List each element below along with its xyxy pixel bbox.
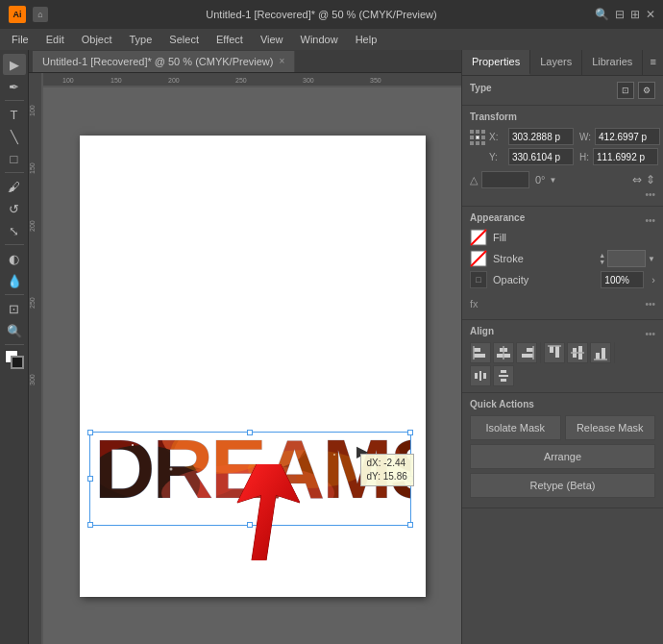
align-bottom-btn[interactable] [590, 342, 611, 363]
document-tab[interactable]: Untitled-1 [Recovered]* @ 50 % (CMYK/Pre… [33, 51, 295, 72]
transform-reference-grid[interactable] [470, 128, 485, 145]
maximize-icon[interactable]: ⊞ [630, 8, 640, 21]
x-input[interactable] [508, 128, 574, 145]
appearance-more-btn[interactable]: ••• [645, 215, 655, 226]
align-left-btn[interactable] [470, 342, 491, 363]
svg-rect-44 [522, 354, 533, 358]
type-section: Type ⊡ ⚙ [462, 76, 663, 106]
opacity-input[interactable] [601, 271, 644, 288]
stroke-color-swatch[interactable] [607, 250, 646, 267]
align-right-btn[interactable] [516, 342, 537, 363]
handle-tl[interactable] [87, 430, 93, 435]
svg-rect-47 [555, 346, 559, 358]
tab-layers[interactable]: Layers [530, 50, 582, 75]
fill-label: Fill [493, 232, 655, 243]
zoom-tool[interactable]: 🔍 [3, 320, 26, 341]
menu-edit[interactable]: Edit [38, 32, 72, 47]
line-tool[interactable]: ╲ [3, 126, 26, 147]
menu-type[interactable]: Type [122, 32, 160, 47]
angle-dropdown[interactable]: ▼ [550, 176, 557, 185]
w-input[interactable] [595, 128, 660, 145]
stroke-down[interactable]: ▼ [599, 259, 605, 265]
align-top-btn[interactable] [544, 342, 565, 363]
menu-select[interactable]: Select [161, 32, 207, 47]
y-input[interactable] [508, 148, 574, 165]
shape-tool[interactable]: □ [3, 148, 26, 169]
retype-btn[interactable]: Retype (Beta) [470, 473, 655, 498]
gradient-tool[interactable]: ◐ [3, 248, 26, 269]
scale-tool[interactable]: ⤡ [3, 220, 26, 241]
menu-view[interactable]: View [253, 32, 291, 47]
text-tool[interactable]: T [3, 104, 26, 125]
tool-separator-5 [5, 344, 24, 345]
align-group-3 [470, 365, 514, 386]
svg-text:300: 300 [29, 374, 36, 385]
fx-more-btn[interactable]: ••• [645, 299, 655, 310]
menu-effect[interactable]: Effect [209, 32, 251, 47]
minimize-icon[interactable]: ⊟ [615, 8, 625, 21]
handle-bl[interactable] [87, 522, 93, 528]
rotate-tool[interactable]: ↺ [3, 198, 26, 219]
svg-rect-56 [479, 371, 481, 381]
flip-v-icon[interactable]: ⇕ [646, 173, 655, 186]
transform-x-row: X: W: 🔗 [489, 128, 663, 145]
panel-options-icon[interactable]: ≡ [643, 50, 663, 73]
arrange-btn[interactable]: Arrange [470, 444, 655, 469]
pen-tool[interactable]: ✒ [3, 76, 26, 97]
type-icon-1[interactable]: ⊡ [617, 82, 634, 99]
brush-tool[interactable]: 🖌 [3, 176, 26, 197]
svg-rect-43 [527, 348, 533, 352]
handle-tm[interactable] [247, 430, 253, 435]
close-icon[interactable]: ✕ [646, 8, 655, 21]
type-icon-2[interactable]: ⚙ [638, 82, 655, 99]
selection-tool[interactable]: ▶ [3, 54, 26, 75]
angle-input[interactable] [481, 171, 529, 188]
stroke-icon[interactable] [470, 250, 487, 267]
svg-rect-52 [596, 353, 600, 359]
align-section: Align ••• [462, 320, 663, 393]
appearance-header: Appearance ••• [470, 212, 655, 229]
align-more-btn[interactable]: ••• [645, 329, 655, 339]
menu-window[interactable]: Window [293, 32, 346, 47]
menu-help[interactable]: Help [348, 32, 385, 47]
svg-text:150: 150 [29, 162, 36, 174]
transform-inputs: X: W: 🔗 Y: H: [489, 128, 663, 168]
menu-object[interactable]: Object [74, 32, 120, 47]
canvas-scroll[interactable]: 100 150 200 250 300 350 100 150 200 250 … [29, 73, 461, 644]
align-sep-1 [540, 342, 541, 363]
svg-text:150: 150 [110, 77, 122, 84]
tab-libraries[interactable]: Libraries [582, 50, 643, 75]
main-layout: ▶ ✒ T ╲ □ 🖌 ↺ ⤡ ◐ 💧 ⊡ 🔍 Untitled-1 [Reco… [0, 50, 663, 644]
opacity-arrow[interactable]: › [651, 274, 655, 285]
eyedropper-tool[interactable]: 💧 [3, 270, 26, 291]
distribute-h-btn[interactable] [470, 365, 491, 386]
tab-properties[interactable]: Properties [462, 50, 530, 75]
handle-tr[interactable] [407, 430, 413, 435]
h-input[interactable] [593, 148, 658, 165]
window-controls: 🔍 ⊟ ⊞ ✕ [595, 8, 655, 21]
transform-more-btn[interactable]: ••• [645, 189, 655, 200]
menu-file[interactable]: File [4, 32, 37, 47]
home-icon[interactable]: ⌂ [33, 7, 48, 22]
artboard-tool[interactable]: ⊡ [3, 298, 26, 319]
w-label: W: [579, 132, 591, 142]
flip-h-icon[interactable]: ⇔ [632, 173, 642, 186]
align-center-h-btn[interactable] [493, 342, 514, 363]
tab-close-btn[interactable]: × [279, 56, 284, 66]
tooltip-dx: dX: -2.44 [367, 457, 407, 470]
release-mask-btn[interactable]: Release Mask [565, 415, 656, 440]
stroke-up[interactable]: ▲ [599, 252, 605, 259]
handle-br[interactable] [407, 522, 413, 528]
left-toolbar: ▶ ✒ T ╲ □ 🖌 ↺ ⤡ ◐ 💧 ⊡ 🔍 [0, 50, 29, 644]
align-center-v-btn[interactable] [567, 342, 588, 363]
canvas-content: DREAMS [43, 87, 461, 644]
type-label: Type [470, 83, 492, 93]
search-icon[interactable]: 🔍 [595, 8, 609, 21]
fill-stroke-indicator[interactable] [5, 350, 24, 369]
stroke-dropdown[interactable]: ▼ [648, 255, 655, 263]
handle-ml[interactable] [87, 476, 93, 482]
isolate-mask-btn[interactable]: Isolate Mask [470, 415, 561, 440]
distribute-v-btn[interactable] [493, 365, 514, 386]
tab-bar: Untitled-1 [Recovered]* @ 50 % (CMYK/Pre… [29, 50, 461, 73]
fill-icon[interactable] [470, 229, 487, 246]
